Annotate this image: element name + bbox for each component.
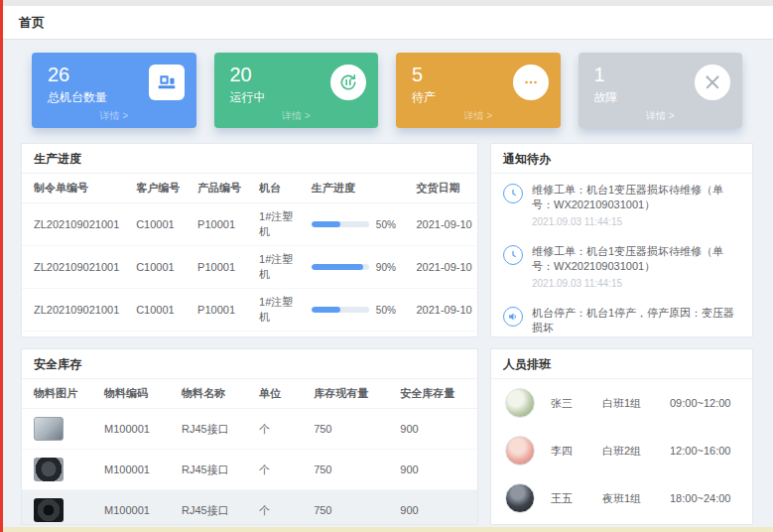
card-text: 26 总机台数量 [48,63,107,106]
progress-label: 50% [376,305,396,316]
production-progress-panel: 生产进度 制令单编号 客户编号 产品编号 机台 生产进度 交货日期 [21,143,478,337]
progress-label: 90% [376,262,396,273]
material-image-cell [22,450,99,490]
delivery-date: 2021-09-10 [411,289,477,332]
safety-stock: 900 [395,490,477,526]
column-header: 单位 [254,379,309,409]
stat-card-fault[interactable]: 1 故障 详情 > [579,53,743,128]
table-header-row: 物料图片 物料编码 物料名称 单位 库存现有量 安全库存量 [22,379,477,409]
stat-label: 故障 [594,89,618,106]
table-row: ZL202109021001 C10001 P10001 1#注塑机 50% 2… [22,332,477,338]
staff-name: 王五 [551,491,602,506]
stat-label: 总机台数量 [48,89,107,106]
material-code: M100001 [99,409,177,450]
unit: 个 [254,450,309,490]
stat-value: 20 [230,63,266,86]
staff-row: 王五 夜班1组 18:00~24:00 [491,474,752,522]
machine: 1#注塑机 [254,289,307,332]
avatar [505,436,535,466]
card-top: 5 待产 [412,63,549,106]
panel-title: 人员排班 [491,349,752,379]
panel-title: 通知待办 [491,144,752,174]
notice-text: 维修工单：机台1变压器损坏待维修（单号：WX202109031001） [532,183,740,212]
notice-time: 2021.09.03 11:44:15 [532,278,740,289]
unit: 个 [254,409,309,450]
round-connector-photo [34,458,64,481]
stat-value: 1 [594,63,618,86]
detail-link[interactable]: 详情 > [579,109,743,123]
speaker-icon [503,307,523,327]
customer-no: C10001 [131,289,193,332]
staff-row: 张三 白班1组 09:00~12:00 [491,379,752,427]
progress-fill [312,221,340,227]
delivery-date: 2021-09-10 [411,332,477,338]
progress-cell: 50% [307,332,412,338]
card-top: 26 总机台数量 [48,63,185,106]
material-code: M100001 [99,490,177,526]
order-no: ZL202109021001 [22,203,131,246]
order-no: ZL202109021001 [22,289,131,332]
material-name: RJ45接口 [177,409,254,450]
notice-body: 维修工单：机台1变压器损坏待维修（单号：WX202109031001） 2021… [532,183,740,227]
stat-card-waiting[interactable]: 5 待产 详情 > [396,53,561,128]
safety-stock: 900 [395,450,477,490]
staff-name: 李四 [551,444,602,459]
notice-item[interactable]: 维修工单：机台1变压器损坏待维修（单号：WX202109031001） 2021… [491,174,752,235]
dashboard-screen: 首页 26 总机台数量 [0,0,773,532]
progress-label: 50% [376,219,396,230]
machine: 1#注塑机 [254,203,307,246]
staff-time: 09:00~12:00 [670,397,730,409]
clock-icon [503,184,523,203]
speaker-photo [34,498,64,522]
column-header: 物料图片 [22,379,99,409]
progress-track [312,221,369,227]
panels-grid: 生产进度 制令单编号 客户编号 产品编号 机台 生产进度 交货日期 [21,143,753,525]
column-header: 交货日期 [411,174,477,203]
detail-link[interactable]: 详情 > [32,109,196,123]
customer-no: C10001 [131,203,193,246]
detail-link[interactable]: 详情 > [396,109,561,123]
notice-item[interactable]: 维修工单：机台1变压器损坏待维修（单号：WX202109031001） 2021… [491,235,752,297]
detail-link[interactable]: 详情 > [214,109,379,123]
table-row: ZL202109021001 C10001 P10001 1#注塑机 50% 2… [22,203,477,246]
ellipsis-icon [513,65,549,100]
stat-cards-row: 26 总机台数量 详情 > [21,53,753,128]
table-header-row: 制令单编号 客户编号 产品编号 机台 生产进度 交货日期 [22,174,477,203]
notice-body: 机台停产：机台1停产，停产原因：变压器损坏 2021.09.03 11:44:1… [532,306,740,337]
notice-text: 维修工单：机台1变压器损坏待维修（单号：WX202109031001） [532,244,740,274]
progress-cell: 50% [307,203,412,246]
material-name: RJ45接口 [177,450,254,490]
column-header: 生产进度 [307,174,412,203]
production-table: 制令单编号 客户编号 产品编号 机台 生产进度 交货日期 ZL202109021… [22,174,477,337]
card-text: 1 故障 [594,63,618,106]
stat-card-total-machines[interactable]: 26 总机台数量 详情 > [32,53,196,128]
notice-item[interactable]: 机台停产：机台1停产，停产原因：变压器损坏 2021.09.03 11:44:1… [491,297,752,337]
avatar [505,483,535,513]
staff-shift: 白班1组 [602,396,670,411]
progress-cell: 50% [307,289,412,332]
notice-text: 机台停产：机台1停产，停产原因：变压器损坏 [532,306,740,335]
material-name: RJ45接口 [177,490,254,526]
material-code: M100001 [99,450,177,490]
column-header: 客户编号 [131,174,193,203]
safety-stock-panel: 安全库存 物料图片 物料编码 物料名称 单位 库存现有量 安全库存量 [21,348,478,525]
notice-time: 2021.09.03 11:44:15 [532,216,740,227]
stat-value: 26 [48,63,107,86]
progress-fill [312,264,363,270]
staff-time: 12:00~16:00 [670,445,730,457]
table-row: ZL202109021001 C10001 P10001 1#注塑机 50% 2… [22,289,477,332]
machine: 1#注塑机 [254,246,307,289]
current-stock: 750 [309,450,395,490]
delivery-date: 2021-09-10 [411,246,477,289]
column-header: 制令单编号 [22,174,131,203]
content-area: 26 总机台数量 详情 > [3,40,773,527]
stat-card-running[interactable]: 20 运行中 详情 > [214,53,379,128]
rj45-connector-photo [34,417,64,441]
staff-time: 18:00~24:00 [670,492,730,504]
running-icon [330,65,366,100]
material-image-cell [22,409,99,450]
progress-cell: 90% [307,246,412,289]
progress-track [312,307,369,313]
column-header: 物料名称 [177,379,254,409]
product-no: P10001 [193,246,254,289]
